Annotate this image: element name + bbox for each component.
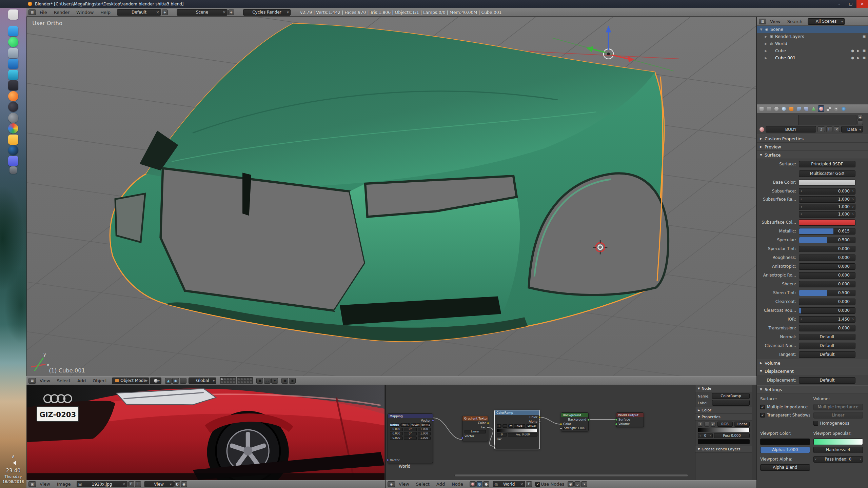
vp-menu-object[interactable]: Object xyxy=(90,378,110,383)
taskbar-app-gray-icon[interactable] xyxy=(8,113,18,123)
use-nodes-checkbox[interactable]: ✓ xyxy=(535,482,540,487)
socket-output-surface-in[interactable] xyxy=(615,419,617,421)
cube001-visible-icon[interactable]: ● xyxy=(850,56,855,60)
anisotropic-rotation-slider[interactable]: 0.000 xyxy=(799,272,855,279)
sidebar-ramp-interp[interactable]: Linear xyxy=(734,422,750,427)
opengl-render-anim-button[interactable]: ▣ xyxy=(289,378,296,384)
tangent-selector[interactable]: Default xyxy=(799,351,855,358)
outliner-row-world[interactable]: ▶ ◍ World xyxy=(757,40,868,47)
image-datablock-selector[interactable]: ▣ 1920x.jpg × xyxy=(77,481,127,487)
normal-selector[interactable]: Default xyxy=(799,334,855,340)
sidebar-ramp-mode[interactable]: RGB xyxy=(717,422,733,427)
manipulator-rotate-button[interactable]: ◉ xyxy=(172,378,179,384)
outliner-filter-selector[interactable]: All Scenes▾ xyxy=(808,18,845,25)
taskbar-app-small-icon[interactable] xyxy=(9,166,17,174)
surface-shader-selector[interactable]: Principled BSDF xyxy=(799,161,855,167)
panel-properties[interactable]: ▼Properties xyxy=(695,414,752,421)
cube001-renderable-icon[interactable]: ▣ xyxy=(862,56,866,60)
opengl-render-button[interactable]: ▣ xyxy=(281,378,288,384)
clock-time[interactable]: 23:40 xyxy=(0,468,26,474)
node-menu-view[interactable]: View xyxy=(396,482,412,487)
tab-modifiers[interactable] xyxy=(803,105,809,112)
socket-output-volume-in[interactable] xyxy=(615,423,617,425)
mapping-rot-y[interactable]: 0° xyxy=(404,432,417,435)
sheen-slider[interactable]: 0.000 xyxy=(799,281,855,287)
node-snap-mode-button[interactable]: ▾ xyxy=(581,481,587,487)
mapping-tab-normal[interactable]: Normal xyxy=(421,423,431,427)
subsurface-slider[interactable]: ‹0.000› xyxy=(799,188,855,195)
close-button[interactable]: × xyxy=(856,0,868,8)
sidebar-stop-color-swatch[interactable] xyxy=(698,439,750,444)
vp-menu-view[interactable]: View xyxy=(37,378,53,383)
ramp-flip-button[interactable]: ⇄ xyxy=(508,424,513,428)
shader-context-lamp-button[interactable]: ● xyxy=(483,481,489,487)
node-tree-selector[interactable]: ◍World× xyxy=(493,481,525,487)
image-editor[interactable]: GIZ-0203 xyxy=(26,385,385,480)
outliner-menu-search[interactable]: Search xyxy=(784,19,806,24)
taskbar-app-folder-icon[interactable] xyxy=(8,135,18,145)
node-tree-fake-user-button[interactable]: F xyxy=(526,481,532,487)
menu-file[interactable]: File xyxy=(37,10,50,15)
node-editor-hscrollbar[interactable] xyxy=(454,474,688,477)
tab-render[interactable] xyxy=(758,105,765,112)
ramp-gradient-bar[interactable] xyxy=(497,429,537,432)
editor-type-node-icon[interactable]: ◉ xyxy=(388,481,395,487)
alpha-blend-selector[interactable]: Alpha Blend xyxy=(760,464,810,471)
vp-menu-add[interactable]: Add xyxy=(74,378,89,383)
gradient-type-selector[interactable]: Linear xyxy=(465,430,486,433)
ramp-mode-selector[interactable]: RGB xyxy=(514,424,525,428)
snap-mode-selector[interactable]: ▾ xyxy=(271,378,278,384)
taskbar-app-game-icon[interactable] xyxy=(8,80,18,90)
subsurface-color-swatch[interactable] xyxy=(799,219,855,226)
subsurface-radius-z[interactable]: ‹1.000› xyxy=(799,211,855,218)
volume-sampling-selector[interactable]: Multiple Importance xyxy=(813,404,863,410)
taskbar-app-photos-icon[interactable] xyxy=(8,48,18,58)
subsurface-radius-y[interactable]: ‹1.000› xyxy=(799,204,855,210)
socket-mapping-vector-out[interactable] xyxy=(432,419,434,422)
layout-add-button[interactable]: + xyxy=(162,9,168,15)
multiple-importance-checkbox[interactable]: ✓ xyxy=(760,405,765,409)
material-links-selector[interactable]: Data▾ xyxy=(841,126,863,133)
transparent-shadows-checkbox[interactable]: ✓ xyxy=(760,413,765,418)
panel-node[interactable]: ▼Node xyxy=(695,385,752,392)
material-slot-list[interactable] xyxy=(798,115,856,125)
node-menu-select[interactable]: Select xyxy=(413,482,433,487)
start-button[interactable] xyxy=(8,9,18,20)
metallic-slider[interactable]: 0.615 xyxy=(799,228,855,235)
mapping-rot-x[interactable]: 0° xyxy=(404,428,417,431)
tab-object[interactable] xyxy=(788,105,794,112)
socket-gradient-color-out[interactable] xyxy=(487,422,489,424)
cube-visible-icon[interactable]: ● xyxy=(850,49,855,53)
img-menu-view[interactable]: View xyxy=(37,482,53,487)
node-menu-node[interactable]: Node xyxy=(449,482,466,487)
volume-interpolation-selector[interactable]: Linear xyxy=(813,412,863,419)
shading-selector[interactable]: ▾ xyxy=(150,378,161,384)
display-channels-button[interactable]: ◐ xyxy=(174,481,180,487)
outliner-row-scene[interactable]: ▼ ◉ Scene xyxy=(757,26,868,33)
viewport-color-swatch[interactable] xyxy=(760,439,810,445)
node-gradient-texture[interactable]: Gradient Texture Color Fac Linear Vector xyxy=(462,416,488,441)
vp-menu-select[interactable]: Select xyxy=(54,378,74,383)
node-editor[interactable]: Mapping Vector Texture Point Vector Norm… xyxy=(386,385,756,480)
node-mapping[interactable]: Mapping Vector Texture Point Vector Norm… xyxy=(388,413,433,463)
panel-volume[interactable]: ▶Volume xyxy=(757,359,868,367)
scene-add-button[interactable]: + xyxy=(228,9,234,15)
volume-icon[interactable] xyxy=(0,461,26,465)
layers-group-2[interactable] xyxy=(237,377,253,384)
displacement-selector[interactable]: Default xyxy=(799,377,855,384)
transmission-slider[interactable]: 0.000 xyxy=(799,325,855,331)
mode-selector[interactable]: Object Mode▾ xyxy=(112,378,149,384)
hardness-slider[interactable]: Hardness: 4 xyxy=(813,447,863,453)
layers-group-1[interactable] xyxy=(220,377,236,384)
tab-render-layers[interactable] xyxy=(766,105,772,112)
cube-selectable-icon[interactable]: ▶ xyxy=(856,49,861,53)
ramp-stop-pos[interactable]: Pos: 0.000 xyxy=(508,433,537,436)
image-fake-user-button[interactable]: F xyxy=(128,481,134,487)
socket-gradient-vector-in[interactable] xyxy=(461,437,463,439)
node-snap-button[interactable]: ◡ xyxy=(574,481,580,487)
mapping-tab-texture[interactable]: Texture xyxy=(390,423,399,427)
specular-slider[interactable]: 0.500 xyxy=(799,237,855,243)
node-world-output[interactable]: World Output Surface Volume xyxy=(616,412,644,427)
node-label-field[interactable] xyxy=(712,400,750,406)
node-output-header[interactable]: World Output xyxy=(616,413,644,417)
